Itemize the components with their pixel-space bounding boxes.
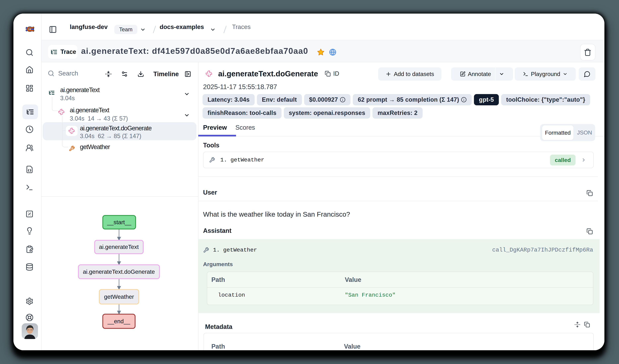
svg-text:getWeather: getWeather xyxy=(104,294,134,300)
svg-text:ai.generateText: ai.generateText xyxy=(99,243,139,250)
svg-text:__end__: __end__ xyxy=(107,318,130,324)
svg-text:__start__: __start__ xyxy=(107,219,131,225)
svg-text:ai.generateText.doGenerate: ai.generateText.doGenerate xyxy=(83,269,155,275)
